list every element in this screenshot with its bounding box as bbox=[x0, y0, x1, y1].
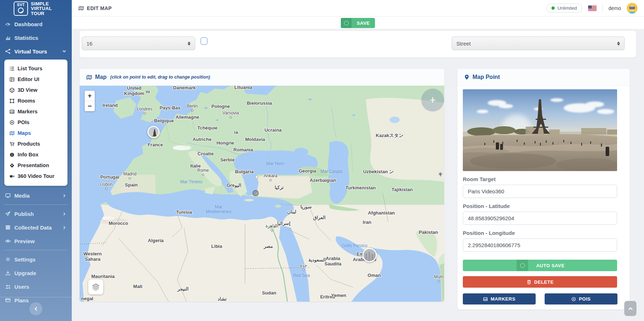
sidebar-item-dashboard[interactable]: Dashboard bbox=[0, 17, 72, 31]
page-title: EDIT MAP bbox=[78, 5, 112, 11]
map-label: Uzbekistan ン bbox=[363, 169, 394, 175]
paper-plane-icon bbox=[5, 211, 11, 217]
auto-save-toggle-icon bbox=[517, 260, 528, 271]
map-label: Western Sahara bbox=[83, 251, 102, 262]
chevron-down-icon bbox=[62, 49, 67, 54]
route-icon bbox=[5, 48, 11, 54]
delete-button[interactable]: DELETE bbox=[463, 276, 617, 288]
longitude-input[interactable] bbox=[463, 239, 617, 252]
action-bar: SAVE bbox=[72, 16, 644, 29]
map-canvas[interactable]: United KingdomniDanemarkLituaniaIrelandL… bbox=[80, 86, 444, 302]
latitude-input[interactable] bbox=[463, 212, 617, 225]
map-layers-button[interactable] bbox=[88, 279, 103, 294]
brand-name: SIMPLE VIRTUAL TOUR bbox=[31, 1, 52, 16]
info-icon bbox=[9, 152, 15, 157]
zoom-level-select[interactable]: 16 bbox=[82, 37, 195, 50]
paris-photo-marker[interactable] bbox=[147, 126, 160, 138]
submenu-item-presentation[interactable]: Presentation bbox=[9, 160, 65, 171]
map-icon bbox=[78, 5, 84, 11]
pois-button[interactable]: POIS bbox=[545, 293, 617, 305]
map-point-header: Map Point bbox=[457, 69, 630, 86]
submenu-item-info-box[interactable]: Info Box bbox=[9, 149, 65, 160]
sidebar-item-users[interactable]: Users bbox=[0, 280, 72, 293]
markers-button[interactable]: MARKERS bbox=[463, 293, 536, 305]
room-target-input[interactable] bbox=[463, 185, 617, 198]
sidebar-collapse-button[interactable] bbox=[29, 302, 42, 315]
download-icon bbox=[5, 270, 11, 276]
zoom-in-button[interactable]: + bbox=[85, 91, 95, 101]
map-label: Croatie bbox=[198, 151, 214, 157]
top-bar: EDIT MAP Unlimited demo bbox=[72, 0, 644, 16]
scroll-to-top-button[interactable] bbox=[624, 301, 636, 316]
map-label: Hongrie bbox=[216, 141, 234, 146]
sidebar-item-settings[interactable]: Settings bbox=[0, 252, 72, 266]
map-label: Pays-Bas bbox=[160, 105, 181, 111]
map-label: Mar Tirreno bbox=[180, 180, 202, 184]
map-label: Iran bbox=[363, 220, 371, 225]
map-label: France bbox=[148, 142, 163, 148]
sidebar-item-publish[interactable]: Publish bbox=[0, 207, 72, 221]
map-labels: United KingdomniDanemarkLituaniaIrelandL… bbox=[80, 86, 444, 302]
map-label: Morocco bbox=[109, 221, 128, 226]
submenu-item-rooms[interactable]: Rooms bbox=[9, 95, 65, 106]
submenu-item-maps[interactable]: Maps bbox=[9, 128, 65, 138]
map-type-select[interactable]: Street bbox=[452, 37, 625, 50]
select-arrows-icon bbox=[617, 42, 620, 46]
plan-badge[interactable]: Unlimited bbox=[546, 4, 582, 13]
map-label: Londres bbox=[137, 107, 152, 114]
list-icon bbox=[9, 66, 15, 71]
sidebar-item-media[interactable]: Media bbox=[0, 189, 72, 202]
user-avatar[interactable] bbox=[627, 3, 638, 14]
chevron-right-icon bbox=[62, 193, 67, 198]
auto-save-button[interactable]: AUTO SAVE bbox=[463, 260, 617, 271]
sidebar-item-collected-data[interactable]: Collected Data bbox=[0, 221, 72, 234]
submenu-item-editor-ui[interactable]: Editor UI bbox=[9, 74, 65, 85]
save-button[interactable]: SAVE bbox=[341, 18, 375, 28]
map-option-checkbox[interactable] bbox=[201, 37, 207, 45]
us-flag-icon[interactable] bbox=[588, 5, 597, 11]
map-label: Tchéquie bbox=[197, 126, 217, 131]
map-icon bbox=[86, 74, 92, 80]
sidebar-item-statistics[interactable]: Statistics bbox=[0, 31, 72, 44]
divider bbox=[4, 250, 67, 250]
sidebar-item-upgrade[interactable]: Upgrade bbox=[0, 266, 72, 280]
divider bbox=[4, 204, 67, 205]
app-logo[interactable]: SVT SIMPLE VIRTUAL TOUR bbox=[0, 0, 72, 17]
submenu-item-360-video-tour[interactable]: 360 Video Tour bbox=[9, 171, 65, 181]
map-label: Red Sea bbox=[293, 273, 310, 278]
cart-icon bbox=[9, 141, 15, 147]
map-label: Autriche bbox=[193, 137, 212, 142]
submenu-item-pois[interactable]: POIs bbox=[9, 117, 65, 128]
submenu-item-3d-view[interactable]: 3D View bbox=[9, 85, 65, 95]
map-focus-button[interactable]: + bbox=[421, 89, 444, 112]
sidebar-item-preview[interactable]: Preview bbox=[0, 234, 72, 248]
longitude-label: Position - Longitude bbox=[463, 230, 621, 236]
map-label: Oman bbox=[368, 273, 381, 278]
pin-icon bbox=[464, 74, 470, 80]
map-label: النيجر bbox=[178, 287, 189, 292]
map-label: Bielorussia bbox=[247, 101, 272, 106]
sidebar-item-virtual-tours[interactable]: Virtual Tours bbox=[0, 44, 72, 58]
server-icon bbox=[5, 225, 11, 230]
map-label: سوريا bbox=[300, 204, 311, 210]
map-label: Mauritania bbox=[91, 274, 114, 279]
submenu-item-products[interactable]: Products bbox=[9, 138, 65, 149]
map-label: Eritrea bbox=[320, 294, 335, 300]
map-label: キ bbox=[438, 172, 443, 177]
map-label: Ireland bbox=[103, 103, 118, 108]
map-label: تركيا bbox=[275, 185, 284, 190]
map-label: Mum bbox=[434, 275, 444, 282]
status-dot-icon bbox=[551, 6, 555, 10]
map-label: مصر bbox=[264, 244, 273, 249]
turkey-point-marker[interactable] bbox=[253, 190, 259, 196]
map-label: Ucraina bbox=[264, 128, 282, 133]
submenu-item-markers[interactable]: Markers bbox=[9, 106, 65, 117]
map-label: Italie bbox=[190, 164, 201, 169]
panorama-thumbnail[interactable] bbox=[463, 89, 617, 171]
zoom-out-button[interactable]: − bbox=[85, 101, 95, 111]
dubai-photo-marker[interactable] bbox=[362, 248, 377, 262]
gear-icon bbox=[5, 256, 11, 262]
map-label: إسرائيل bbox=[275, 221, 291, 226]
diamond-arrow-icon bbox=[9, 163, 15, 168]
submenu-item-list-tours[interactable]: List Tours bbox=[9, 63, 65, 74]
